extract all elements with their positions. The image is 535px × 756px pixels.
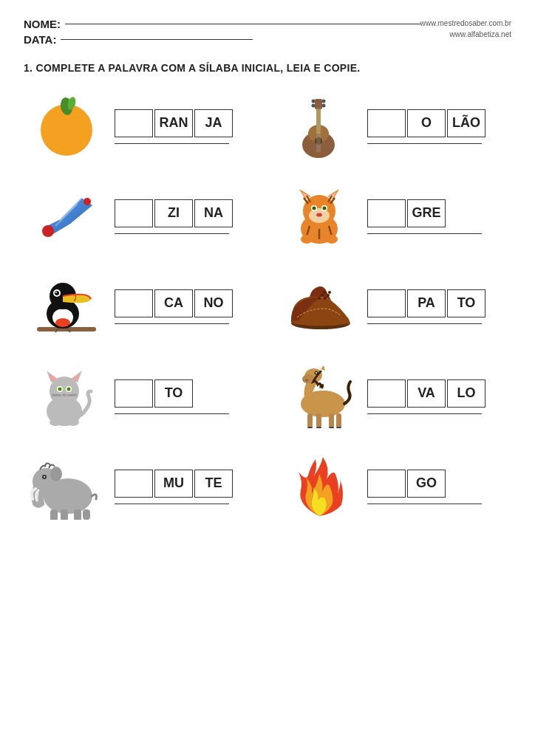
syllables-vuvuzela: ZI NA: [115, 199, 233, 227]
website2: www.alfabetiza.net: [420, 29, 511, 40]
blank-box[interactable]: [367, 289, 406, 317]
svg-rect-98: [74, 509, 81, 520]
word-area-toucan: CA NO: [109, 289, 259, 324]
website-info: www.mestredosaber.com.br www.alfabetiza.…: [420, 18, 511, 40]
horse-svg: [282, 365, 356, 428]
syllables-toucan: CA NO: [115, 289, 233, 317]
cat-svg: [33, 363, 100, 430]
exercise-col-left: MU TE: [24, 453, 259, 520]
syllable-zi: ZI: [154, 199, 193, 227]
blank-box[interactable]: [115, 109, 153, 137]
copy-line-vuvuzela: [115, 233, 229, 234]
toucan-svg: [33, 269, 100, 343]
svg-point-51: [55, 292, 57, 293]
exercise-row: ZI NA: [24, 176, 511, 257]
syllables-shoe: PA TO: [367, 289, 485, 317]
svg-point-75: [67, 419, 79, 426]
word-area-guitar: O LÃO: [361, 109, 511, 144]
syllable-te: TE: [194, 470, 233, 498]
exercise-col-left: CA NO: [24, 269, 259, 343]
orange-svg: [33, 93, 100, 159]
copy-line-mammoth: [115, 504, 229, 504]
syllables-cat: TO: [115, 379, 193, 408]
syllables-fire: GO: [367, 470, 446, 498]
mammoth-svg: [30, 453, 103, 520]
svg-rect-83: [307, 413, 313, 428]
syllable-lao: LÃO: [447, 109, 485, 137]
blank-box[interactable]: [367, 470, 406, 498]
syllable-na: NA: [194, 199, 233, 227]
exercise-grid: RAN JA: [24, 86, 511, 536]
image-vuvuzela: [24, 183, 109, 250]
exercise-col-left: ZI NA: [24, 183, 259, 250]
exercise-col-right: GO: [276, 453, 511, 520]
svg-point-56: [324, 297, 327, 300]
svg-rect-89: [329, 427, 334, 428]
blank-box[interactable]: [367, 199, 406, 227]
nome-label: NOME:: [24, 18, 61, 30]
blank-box[interactable]: [115, 470, 153, 498]
exercise-row: CA NO: [24, 266, 511, 347]
blank-box[interactable]: [115, 379, 153, 408]
svg-rect-99: [83, 509, 90, 520]
svg-point-94: [44, 476, 45, 478]
svg-point-54: [321, 294, 324, 297]
svg-point-50: [55, 291, 59, 295]
blank-box[interactable]: [115, 199, 153, 227]
guitar-svg: [287, 93, 350, 159]
syllable-ja: JA: [194, 109, 233, 137]
copy-line-toucan: [115, 323, 229, 324]
copy-line-cat: [115, 413, 229, 414]
svg-point-58: [328, 291, 331, 294]
syllable-no: NO: [194, 289, 233, 317]
exercise-col-left: RAN JA: [24, 93, 259, 159]
header: NOME: DATA: www.mestredosaber.com.br www…: [24, 18, 511, 49]
svg-point-79: [305, 379, 308, 381]
svg-point-95: [50, 467, 62, 481]
blank-box[interactable]: [115, 289, 153, 317]
svg-point-30: [312, 207, 316, 210]
copy-line-orange: [115, 143, 229, 144]
syllables-mammoth: MU TE: [115, 470, 233, 498]
svg-rect-87: [307, 427, 313, 428]
copy-line-tiger: [367, 233, 482, 234]
image-orange: [24, 93, 109, 159]
svg-point-19: [42, 225, 54, 237]
image-mammoth: [24, 453, 109, 520]
image-shoe: [276, 281, 361, 332]
word-area-orange: RAN JA: [109, 109, 259, 144]
syllables-horse: VA LO: [367, 379, 485, 408]
data-label: DATA:: [24, 33, 56, 46]
exercise-row: RAN JA: [24, 86, 511, 167]
data-underline: [61, 39, 253, 40]
word-area-fire: GO: [361, 470, 511, 504]
syllables-guitar: O LÃO: [367, 109, 485, 137]
blank-box[interactable]: [367, 379, 406, 408]
svg-point-74: [50, 419, 61, 426]
syllable-lo: LO: [447, 379, 485, 408]
svg-rect-96: [50, 509, 58, 520]
svg-point-10: [322, 104, 326, 108]
svg-point-8: [312, 104, 316, 108]
copy-line-shoe: [367, 323, 482, 324]
exercise-col-right: VA LO: [276, 365, 511, 428]
image-guitar: [276, 93, 361, 159]
word-area-tiger: GRE: [361, 199, 511, 234]
svg-point-47: [55, 318, 70, 327]
exercise-row: MU TE GO: [24, 446, 511, 527]
exercise-row: TO: [24, 356, 511, 437]
header-left: NOME: DATA:: [24, 18, 420, 49]
svg-point-32: [316, 213, 322, 217]
word-area-mammoth: MU TE: [109, 470, 259, 504]
svg-point-67: [58, 388, 61, 391]
svg-point-9: [322, 100, 326, 103]
svg-rect-97: [61, 509, 68, 520]
syllable-to: TO: [447, 289, 485, 317]
nome-underline: [65, 24, 420, 24]
tiger-svg: [286, 183, 352, 250]
vuvuzela-svg: [33, 183, 100, 250]
blank-box[interactable]: [367, 109, 406, 137]
syllable-gre: GRE: [407, 199, 446, 227]
svg-rect-84: [316, 413, 321, 428]
exercise-col-left: TO: [24, 363, 259, 430]
